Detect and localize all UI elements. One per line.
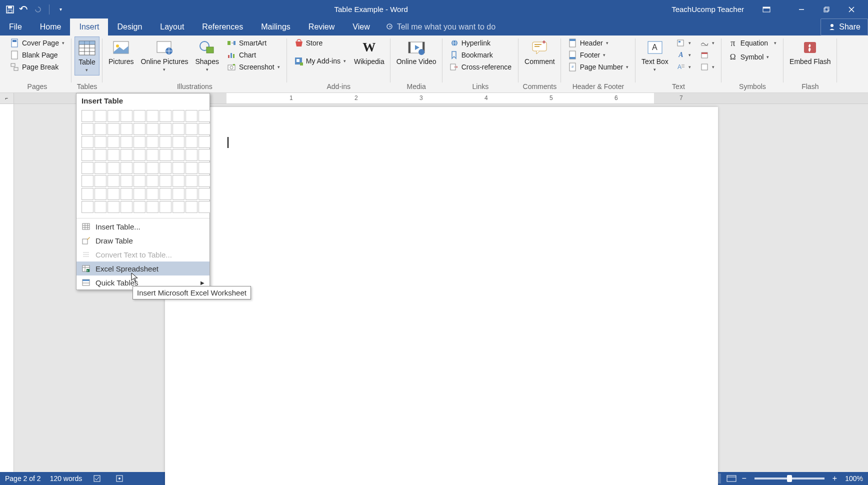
tab-insert[interactable]: Insert xyxy=(70,18,108,36)
wordart-button[interactable]: A▾ xyxy=(674,50,694,60)
grid-cell[interactable] xyxy=(134,123,146,135)
screenshot-button[interactable]: Screenshot▾ xyxy=(224,62,283,72)
grid-cell[interactable] xyxy=(172,136,184,148)
grid-cell[interactable] xyxy=(198,175,210,187)
grid-cell[interactable] xyxy=(94,136,106,148)
grid-cell[interactable] xyxy=(146,123,158,135)
page-break-button[interactable]: Page Break xyxy=(7,62,68,72)
grid-cell[interactable] xyxy=(94,162,106,174)
grid-cell[interactable] xyxy=(120,136,132,148)
ribbon-display-icon[interactable] xyxy=(754,0,779,18)
grid-cell[interactable] xyxy=(146,201,158,213)
undo-icon[interactable] xyxy=(19,4,29,14)
grid-cell[interactable] xyxy=(160,162,172,174)
grid-cell[interactable] xyxy=(146,149,158,161)
wikipedia-button[interactable]: WWikipedia xyxy=(351,36,388,68)
grid-cell[interactable] xyxy=(198,188,210,200)
grid-cell[interactable] xyxy=(186,188,198,200)
grid-cell[interactable] xyxy=(120,110,132,122)
grid-cell[interactable] xyxy=(134,149,146,161)
grid-cell[interactable] xyxy=(108,123,120,135)
grid-cell[interactable] xyxy=(172,188,184,200)
chart-button[interactable]: Chart xyxy=(224,50,283,60)
grid-cell[interactable] xyxy=(120,123,132,135)
grid-cell[interactable] xyxy=(94,123,106,135)
grid-cell[interactable] xyxy=(94,149,106,161)
my-addins-button[interactable]: My Add-ins▾ xyxy=(291,56,349,66)
grid-cell[interactable] xyxy=(134,175,146,187)
equation-button[interactable]: πEquation▾ xyxy=(726,38,780,48)
grid-cell[interactable] xyxy=(146,175,158,187)
grid-cell[interactable] xyxy=(134,201,146,213)
draw-table-item[interactable]: Draw Table xyxy=(76,234,210,248)
grid-cell[interactable] xyxy=(186,123,198,135)
grid-cell[interactable] xyxy=(146,110,158,122)
grid-cell[interactable] xyxy=(146,188,158,200)
grid-cell[interactable] xyxy=(108,201,120,213)
grid-cell[interactable] xyxy=(186,175,198,187)
grid-cell[interactable] xyxy=(82,188,94,200)
zoom-slider[interactable] xyxy=(754,478,824,480)
grid-cell[interactable] xyxy=(172,162,184,174)
grid-cell[interactable] xyxy=(172,201,184,213)
grid-cell[interactable] xyxy=(186,136,198,148)
grid-cell[interactable] xyxy=(160,110,172,122)
grid-cell[interactable] xyxy=(198,162,210,174)
grid-cell[interactable] xyxy=(120,188,132,200)
grid-cell[interactable] xyxy=(108,110,120,122)
cross-reference-button[interactable]: Cross-reference xyxy=(446,62,514,72)
macro-icon[interactable] xyxy=(113,474,126,484)
hyperlink-button[interactable]: Hyperlink xyxy=(446,38,514,48)
header-button[interactable]: Header▾ xyxy=(565,38,632,48)
online-pictures-button[interactable]: Online Pictures▾ xyxy=(138,36,192,74)
online-video-button[interactable]: Online Video xyxy=(394,36,440,68)
grid-cell[interactable] xyxy=(160,201,172,213)
grid-cell[interactable] xyxy=(160,175,172,187)
tell-me-search[interactable]: Tell me what you want to do xyxy=(386,18,496,36)
tab-design[interactable]: Design xyxy=(108,18,151,36)
grid-cell[interactable] xyxy=(186,110,198,122)
grid-cell[interactable] xyxy=(94,110,106,122)
share-button[interactable]: Share xyxy=(820,18,868,36)
grid-cell[interactable] xyxy=(198,136,210,148)
grid-cell[interactable] xyxy=(146,162,158,174)
grid-cell[interactable] xyxy=(82,123,94,135)
minimize-button[interactable] xyxy=(789,0,814,18)
grid-cell[interactable] xyxy=(120,162,132,174)
grid-cell[interactable] xyxy=(108,136,120,148)
blank-page-button[interactable]: Blank Page xyxy=(7,50,68,60)
user-name[interactable]: TeachUcomp Teacher xyxy=(672,5,744,14)
grid-cell[interactable] xyxy=(134,188,146,200)
grid-cell[interactable] xyxy=(160,136,172,148)
tab-file[interactable]: File xyxy=(0,18,31,36)
bookmark-button[interactable]: Bookmark xyxy=(446,50,514,60)
grid-cell[interactable] xyxy=(172,149,184,161)
shapes-button[interactable]: Shapes▾ xyxy=(192,36,222,74)
grid-cell[interactable] xyxy=(198,110,210,122)
grid-cell[interactable] xyxy=(82,136,94,148)
excel-spreadsheet-item[interactable]: x Excel Spreadsheet xyxy=(76,262,210,276)
text-box-button[interactable]: AText Box▾ xyxy=(638,36,672,74)
grid-cell[interactable] xyxy=(94,201,106,213)
grid-cell[interactable] xyxy=(186,162,198,174)
ruler-corner[interactable]: ⌐ xyxy=(0,93,14,104)
vertical-ruler[interactable] xyxy=(0,104,14,472)
zoom-in-button[interactable]: + xyxy=(832,474,837,483)
grid-cell[interactable] xyxy=(82,162,94,174)
grid-cell[interactable] xyxy=(172,175,184,187)
grid-cell[interactable] xyxy=(108,188,120,200)
grid-cell[interactable] xyxy=(198,123,210,135)
table-size-grid[interactable] xyxy=(76,108,210,217)
collapse-ribbon-icon[interactable]: ⌃ xyxy=(859,477,864,484)
table-button[interactable]: Table ▾ xyxy=(74,36,100,76)
drop-cap-button[interactable]: A▾ xyxy=(674,62,694,72)
grid-cell[interactable] xyxy=(82,149,94,161)
page-indicator[interactable]: Page 2 of 2 xyxy=(5,474,41,482)
grid-cell[interactable] xyxy=(134,162,146,174)
footer-button[interactable]: Footer▾ xyxy=(565,50,632,60)
grid-cell[interactable] xyxy=(160,123,172,135)
smartart-button[interactable]: SmartArt xyxy=(224,38,283,48)
grid-cell[interactable] xyxy=(186,149,198,161)
date-time-button[interactable] xyxy=(697,50,718,60)
save-icon[interactable] xyxy=(5,4,15,14)
